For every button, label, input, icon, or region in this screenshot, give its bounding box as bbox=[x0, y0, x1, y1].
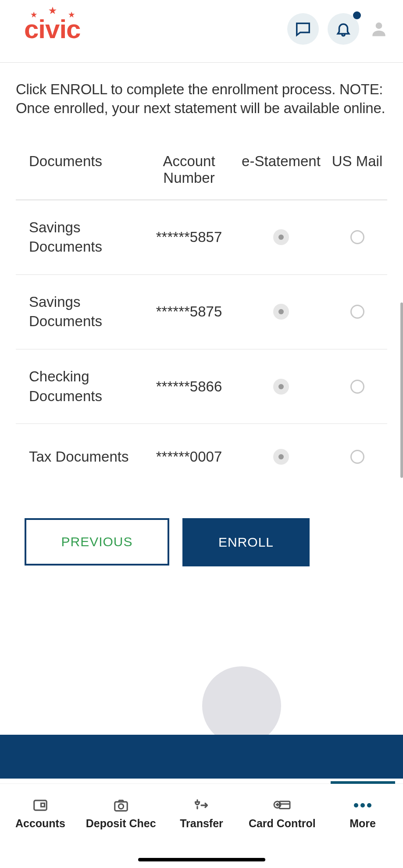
usmail-radio[interactable] bbox=[350, 230, 364, 244]
estatement-radio[interactable] bbox=[273, 449, 289, 465]
row-account-number: ******5857 bbox=[143, 229, 235, 245]
messages-button[interactable] bbox=[287, 13, 319, 45]
content-area: Click ENROLL to complete the enrollment … bbox=[0, 63, 403, 566]
row-account-number: ******0007 bbox=[143, 448, 235, 465]
header-estatement: e-Statement bbox=[235, 153, 327, 186]
home-indicator[interactable] bbox=[138, 858, 265, 861]
notifications-button[interactable] bbox=[328, 13, 359, 45]
table-row: Savings Documents ******5857 bbox=[16, 200, 387, 275]
table-row: Tax Documents ******0007 bbox=[16, 424, 387, 490]
nav-label: Transfer bbox=[180, 817, 223, 830]
estatement-radio[interactable] bbox=[273, 229, 289, 245]
nav-label: Deposit Chec bbox=[86, 817, 156, 830]
nav-transfer[interactable]: Transfer bbox=[161, 784, 242, 843]
bottom-nav: Accounts Deposit Chec Transfer Card Cont… bbox=[0, 783, 403, 843]
nav-more[interactable]: More bbox=[322, 784, 403, 843]
estatement-radio[interactable] bbox=[273, 379, 289, 395]
instruction-text: Click ENROLL to complete the enrollment … bbox=[16, 80, 387, 118]
svg-point-4 bbox=[118, 804, 123, 808]
card-controls-icon bbox=[273, 797, 291, 814]
nav-accounts[interactable]: Accounts bbox=[0, 784, 81, 843]
profile-button[interactable] bbox=[368, 18, 390, 40]
nav-label: Accounts bbox=[15, 817, 65, 830]
header-documents: Documents bbox=[29, 153, 143, 186]
accounts-icon bbox=[32, 797, 49, 814]
svg-rect-2 bbox=[41, 803, 44, 807]
nav-deposit[interactable]: Deposit Chec bbox=[81, 784, 161, 843]
table-row: Savings Documents ******5875 bbox=[16, 275, 387, 349]
header-account: Account Number bbox=[143, 153, 235, 186]
svg-point-0 bbox=[376, 22, 382, 29]
usmail-radio[interactable] bbox=[350, 305, 364, 319]
nav-label: More bbox=[350, 817, 376, 830]
header-icons bbox=[287, 13, 390, 45]
row-documents-label: Tax Documents bbox=[29, 447, 143, 467]
row-account-number: ******5866 bbox=[143, 378, 235, 395]
logo: ★★★ civic bbox=[24, 14, 80, 44]
row-documents-label: Savings Documents bbox=[29, 292, 143, 331]
more-dots-icon bbox=[354, 797, 371, 814]
usmail-radio[interactable] bbox=[350, 450, 364, 464]
previous-button[interactable]: PREVIOUS bbox=[25, 518, 169, 566]
camera-icon bbox=[113, 797, 129, 814]
row-account-number: ******5875 bbox=[143, 303, 235, 320]
documents-table: Documents Account Number e-Statement US … bbox=[16, 153, 387, 490]
app-header: ★★★ civic bbox=[0, 0, 403, 63]
button-row: PREVIOUS ENROLL bbox=[16, 490, 387, 566]
message-icon bbox=[295, 21, 311, 37]
nav-card-controls[interactable]: Card Control bbox=[242, 784, 322, 843]
nav-label: Card Control bbox=[249, 817, 316, 830]
row-documents-label: Savings Documents bbox=[29, 218, 143, 257]
transfer-icon bbox=[192, 797, 210, 814]
person-icon bbox=[369, 19, 389, 39]
scroll-indicator[interactable] bbox=[400, 302, 403, 478]
usmail-radio[interactable] bbox=[350, 380, 364, 394]
footer-band bbox=[0, 735, 403, 779]
enroll-button[interactable]: ENROLL bbox=[182, 518, 310, 566]
notification-dot-icon bbox=[353, 11, 361, 19]
estatement-radio[interactable] bbox=[273, 304, 289, 320]
svg-rect-3 bbox=[114, 802, 127, 811]
bell-icon bbox=[335, 21, 352, 37]
row-documents-label: Checking Documents bbox=[29, 367, 143, 406]
header-usmail: US Mail bbox=[327, 153, 387, 186]
table-row: Checking Documents ******5866 bbox=[16, 349, 387, 424]
touch-indicator-icon bbox=[202, 666, 281, 745]
table-header: Documents Account Number e-Statement US … bbox=[16, 153, 387, 200]
